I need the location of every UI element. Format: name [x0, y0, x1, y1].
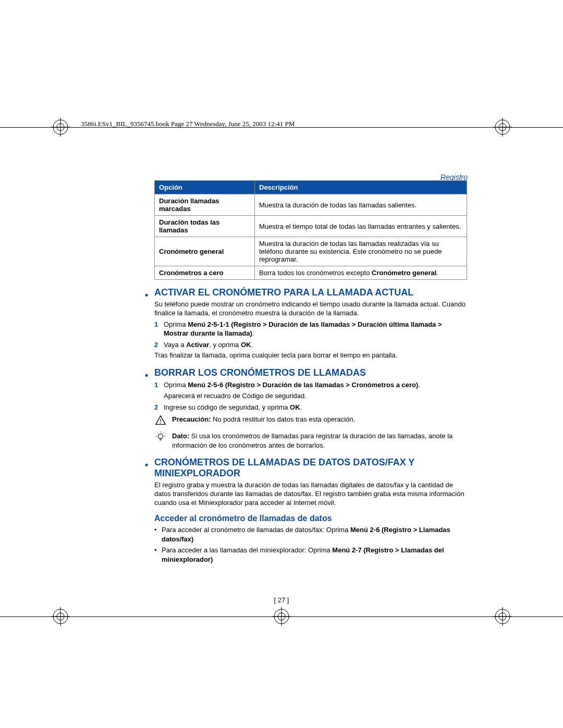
section-heading-activate-timer: • ACTIVAR EL CRONÓMETRO PARA LA LLAMADA …: [154, 287, 467, 298]
caution-text: Precaución: No podrá restituir los datos…: [172, 415, 467, 424]
table-cell-option: Duración todas las llamadas: [155, 216, 255, 237]
step-2: 2 Vaya a Activar, y oprima OK.: [154, 340, 467, 350]
table-header-option: Opción: [155, 181, 255, 194]
step-number: 2: [154, 403, 158, 412]
list-item: Para acceder a las llamadas del miniexpl…: [162, 546, 467, 564]
section-heading-clear-timers: • BORRAR LOS CRONÓMETROS DE LLAMADAS: [154, 367, 467, 378]
tip-text: Dato: Si usa los cronómetros de llamadas…: [172, 431, 467, 450]
step-1: 1 Oprima Menú 2-5-6 (Registro > Duración…: [154, 380, 467, 390]
table-cell-desc: Muestra la duración de todas las llamada…: [255, 194, 467, 216]
register-mark-icon: [272, 607, 291, 626]
svg-line-29: [157, 433, 157, 434]
table-cell-option: Cronómetro general: [155, 237, 255, 266]
step-number: 1: [154, 320, 158, 329]
register-mark-icon: [493, 607, 512, 626]
body-text: Aparecerá el recuadro de Código de segur…: [164, 392, 467, 401]
register-mark-icon: [51, 607, 70, 626]
tip-note: Dato: Si usa los cronómetros de llamadas…: [154, 431, 467, 450]
register-mark-icon: [51, 118, 70, 137]
step-number: 2: [154, 340, 158, 350]
bullet-icon: •: [145, 460, 148, 470]
table-cell-option: Duración llamadas marcadas: [155, 194, 255, 216]
table-cell-option: Cronómetros a cero: [155, 266, 255, 280]
table-row: Cronómetro general Muestra la duración d…: [155, 237, 467, 266]
bullet-icon: •: [145, 371, 148, 380]
page-number: [ 27 ]: [0, 596, 563, 604]
body-text: El registro graba y muestra la duración …: [154, 481, 467, 508]
body-text: Su teléfono puede mostrar un cronómetro …: [154, 300, 467, 318]
table-row: Duración llamadas marcadas Muestra la du…: [155, 194, 467, 216]
options-table: Opción Descripción Duración llamadas mar…: [154, 180, 467, 280]
bullet-icon: •: [145, 290, 148, 300]
body-text: Tras finalizar la llamada, oprima cualqu…: [154, 351, 467, 360]
bullet-list: Para acceder al cronómetro de llamadas d…: [154, 525, 467, 564]
print-header-text: 3586i.ESv1_BIL_9356745.book Page 27 Wedn…: [81, 120, 295, 128]
svg-line-30: [164, 433, 164, 434]
svg-point-23: [158, 434, 163, 439]
table-header-description: Descripción: [255, 181, 467, 194]
step-2: 2 Ingrese su código de seguridad, y opri…: [154, 403, 467, 412]
page-content: Opción Descripción Duración llamadas mar…: [154, 180, 467, 566]
lightbulb-icon: [154, 431, 167, 445]
table-cell-desc: Muestra el tiempo total de todas las lla…: [255, 216, 467, 237]
step-1: 1 Oprima Menú 2-5-1-1 (Registro > Duraci…: [154, 320, 467, 338]
caution-note: Precaución: No podrá restituir los datos…: [154, 415, 467, 428]
table-cell-desc: Borra todos los cronómetros excepto Cron…: [255, 266, 467, 280]
step-number: 1: [154, 380, 158, 390]
section-heading-data-timers: • CRONÓMETROS DE LLAMADAS DE DATOS DATOS…: [154, 457, 467, 479]
register-mark-icon: [493, 118, 512, 137]
caution-icon: [154, 415, 167, 428]
svg-point-22: [160, 423, 161, 424]
table-cell-desc: Muestra la duración de todas las llamada…: [255, 237, 467, 266]
table-row: Cronómetros a cero Borra todos los cronó…: [155, 266, 467, 280]
table-row: Duración todas las llamadas Muestra el t…: [155, 216, 467, 237]
subsection-heading-access-data-timer: Acceder al cronómetro de llamadas de dat…: [154, 514, 467, 523]
list-item: Para acceder al cronómetro de llamadas d…: [162, 525, 467, 544]
